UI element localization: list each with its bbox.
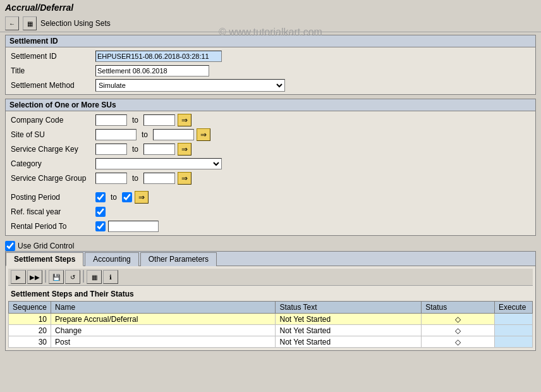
seq-cell: 30 <box>9 336 51 348</box>
company-code-label: Company Code <box>11 116 93 125</box>
inner-toolbar: ▶ ▶▶ 💾 ↺ ▦ ℹ <box>8 269 533 286</box>
table-title: Settlement Steps and Their Status <box>8 288 533 300</box>
tab-other-parameters[interactable]: Other Parameters <box>140 252 217 266</box>
posting-period-label: Posting Period <box>11 193 93 202</box>
service-charge-group-to-label: to <box>132 174 138 183</box>
posting-period-from-check[interactable] <box>95 192 106 202</box>
col-status-text: Status Text <box>276 302 422 314</box>
inner-btn-5[interactable]: ▦ <box>87 270 102 284</box>
company-code-to[interactable] <box>143 114 175 126</box>
method-label: Settlement Method <box>11 81 93 90</box>
site-to[interactable] <box>153 129 194 140</box>
category-select[interactable] <box>95 158 222 169</box>
table-row: 20ChangeNot Yet Started◇ <box>9 325 533 336</box>
service-charge-group-label: Service Charge Group <box>11 174 93 183</box>
method-row: Settlement Method Simulate <box>11 79 530 92</box>
inner-btn-2[interactable]: ▶▶ <box>27 270 42 284</box>
execute-cell[interactable] <box>495 336 533 348</box>
company-code-row: Company Code to ⇒ <box>11 114 530 126</box>
name-cell: Change <box>51 325 276 336</box>
company-code-arrow[interactable]: ⇒ <box>178 114 191 126</box>
method-select[interactable]: Simulate <box>95 79 285 92</box>
service-charge-key-from[interactable] <box>95 144 127 155</box>
company-code-from[interactable] <box>95 114 127 126</box>
tab-settlement-steps[interactable]: Settlement Steps <box>6 252 83 266</box>
steps-table: Sequence Name Status Text Status Execute… <box>8 301 533 348</box>
ref-fiscal-year-row: Ref. fiscal year <box>11 205 530 218</box>
page-title: Accrual/Deferral <box>0 0 541 15</box>
ref-fiscal-year-check[interactable] <box>95 207 106 217</box>
selection-sets-label: Selection Using Sets <box>40 19 111 28</box>
title-row: Title <box>11 64 530 77</box>
use-grid-control-check[interactable] <box>5 241 15 251</box>
rental-period-to-label: Rental Period To <box>11 222 93 231</box>
service-charge-group-to[interactable] <box>143 173 175 184</box>
col-name: Name <box>51 302 276 314</box>
tabs-container: Settlement Steps Accounting Other Parame… <box>5 251 536 351</box>
service-charge-group-from[interactable] <box>95 173 127 184</box>
settlement-id-row: Settlement ID <box>11 50 530 63</box>
rental-period-to-input[interactable] <box>108 221 159 232</box>
posting-period-to-label: to <box>111 193 117 202</box>
title-input[interactable] <box>95 65 209 77</box>
execute-cell[interactable] <box>495 314 533 325</box>
tab-content-settlement-steps: ▶ ▶▶ 💾 ↺ ▦ ℹ Settlement Steps and Their … <box>6 266 535 350</box>
status-cell: ◇ <box>422 314 495 325</box>
status-text-cell: Not Yet Started <box>276 314 422 325</box>
site-label: Site of SU <box>11 130 93 139</box>
posting-period-to-check[interactable] <box>122 192 132 202</box>
site-arrow[interactable]: ⇒ <box>197 128 210 141</box>
execute-cell[interactable] <box>495 325 533 336</box>
site-from[interactable] <box>95 129 137 140</box>
name-cell: Prepare Accrual/Deferral <box>51 314 276 325</box>
settlement-id-header: Settlement ID <box>6 35 535 47</box>
status-cell: ◇ <box>422 325 495 336</box>
selection-sets-icon[interactable]: ▦ <box>23 16 37 30</box>
posting-period-row: Posting Period to ⇒ <box>11 191 530 204</box>
settlement-id-input[interactable] <box>95 51 222 62</box>
category-label: Category <box>11 159 93 168</box>
service-charge-group-row: Service Charge Group to ⇒ <box>11 172 530 185</box>
settlement-id-section: Settlement ID Settlement ID Title Settle… <box>5 35 536 95</box>
title-label: Title <box>11 66 93 75</box>
selection-body: Company Code to ⇒ Site of SU to ⇒ Servic… <box>6 111 535 235</box>
status-text-cell: Not Yet Started <box>276 336 422 348</box>
service-charge-key-arrow[interactable]: ⇒ <box>178 143 191 156</box>
selection-section: Selection of One or More SUs Company Cod… <box>5 99 536 236</box>
name-cell: Post <box>51 336 276 348</box>
status-cell: ◇ <box>422 336 495 348</box>
table-row: 10Prepare Accrual/DeferralNot Yet Starte… <box>9 314 533 325</box>
rental-period-to-check[interactable] <box>95 221 106 231</box>
service-charge-key-row: Service Charge Key to ⇒ <box>11 143 530 156</box>
inner-btn-4[interactable]: ↺ <box>65 270 80 284</box>
toolbar-separator-1 <box>45 270 46 283</box>
back-button[interactable]: ← <box>5 16 19 30</box>
col-sequence: Sequence <box>9 302 51 314</box>
status-text-cell: Not Yet Started <box>276 325 422 336</box>
service-charge-group-arrow[interactable]: ⇒ <box>178 172 191 185</box>
site-row: Site of SU to ⇒ <box>11 128 530 141</box>
toolbar-separator-2 <box>83 270 84 283</box>
tabs-header: Settlement Steps Accounting Other Parame… <box>6 252 535 266</box>
site-to-label: to <box>142 130 148 139</box>
category-row: Category <box>11 157 530 170</box>
table-row: 30PostNot Yet Started◇ <box>9 336 533 348</box>
main-content: Settlement ID Settlement ID Title Settle… <box>0 32 541 238</box>
seq-cell: 20 <box>9 325 51 336</box>
service-charge-key-to-label: to <box>132 145 138 154</box>
inner-btn-3[interactable]: 💾 <box>49 270 64 284</box>
toolbar: ← ▦ Selection Using Sets <box>0 15 541 32</box>
ref-fiscal-year-label: Ref. fiscal year <box>11 207 93 216</box>
posting-period-arrow[interactable]: ⇒ <box>135 191 149 204</box>
inner-btn-6[interactable]: ℹ <box>103 270 118 284</box>
settlement-id-label: Settlement ID <box>11 52 93 61</box>
seq-cell: 10 <box>9 314 51 325</box>
inner-btn-1[interactable]: ▶ <box>11 270 26 284</box>
tab-accounting[interactable]: Accounting <box>85 252 138 266</box>
col-status: Status <box>422 302 495 314</box>
use-grid-control-label: Use Grid Control <box>18 242 74 250</box>
settlement-id-body: Settlement ID Title Settlement Method Si… <box>6 47 535 94</box>
rental-period-to-row: Rental Period To <box>11 220 530 233</box>
service-charge-key-to[interactable] <box>143 144 175 155</box>
col-execute: Execute <box>495 302 533 314</box>
